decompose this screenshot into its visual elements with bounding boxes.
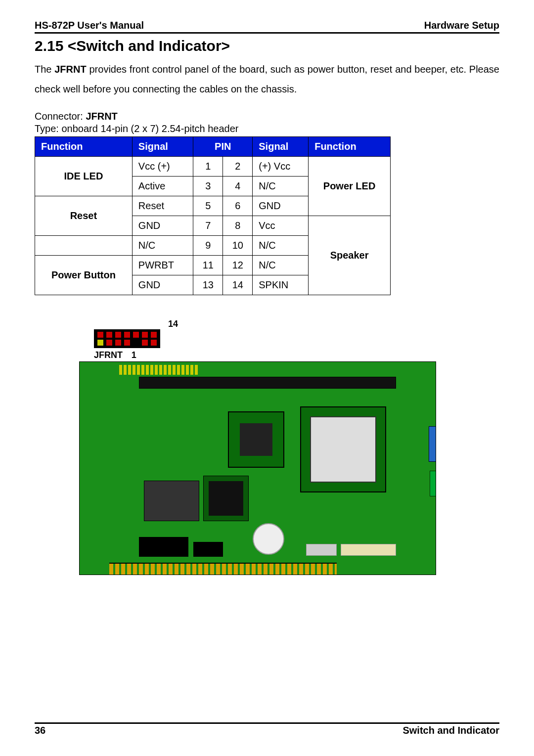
cell-pin: 4 (223, 177, 253, 196)
cell-pin: 1 (193, 157, 223, 177)
jfrnt-header-icon (94, 329, 160, 348)
col-signal-l: Signal (132, 137, 193, 157)
cell-func: Reset (35, 196, 133, 236)
cell-pin: 10 (223, 236, 253, 256)
table-row: IDE LED Vcc (+) 1 2 (+) Vcc Power LED (35, 157, 391, 177)
cell-func: Speaker (309, 216, 391, 295)
section-title: 2.15 <Switch and Indicator> (35, 38, 499, 54)
pin-1-label: 1 (132, 350, 136, 360)
cpu-socket-icon (300, 406, 386, 492)
pin-14-label: 14 (168, 319, 499, 329)
page-footer: 36 Switch and Indicator (35, 722, 499, 736)
header-left: HS-872P User's Manual (35, 20, 144, 31)
body-suffix: provides front control panel of the boar… (35, 64, 499, 94)
cell-func: Power Button (35, 256, 133, 295)
cell-sig: Active (132, 177, 193, 196)
connector-label: Connector: (35, 111, 86, 122)
cell-sig: GND (253, 196, 309, 216)
header-connector-icon (193, 542, 223, 557)
cell-sig: PWRBT (132, 256, 193, 275)
small-connector-icon (341, 544, 396, 556)
cell-pin: 9 (193, 236, 223, 256)
board-diagram (79, 361, 436, 575)
northbridge-chip-icon (228, 411, 284, 468)
header-right: Hardware Setup (424, 20, 499, 31)
col-pin: PIN (193, 137, 253, 157)
cell-func (35, 236, 133, 256)
cell-sig: Reset (132, 196, 193, 216)
connector-name: JFRNT (86, 111, 117, 122)
jfrnt-callout: 14 JFRNT 1 (94, 319, 499, 360)
cell-sig: GND (132, 216, 193, 236)
col-function-l: Function (35, 137, 133, 157)
cell-pin: 2 (223, 157, 253, 177)
page-number: 36 (35, 725, 45, 736)
cell-pin: 13 (193, 275, 223, 295)
small-connector-icon (306, 544, 337, 556)
dimm-slot-icon (144, 481, 199, 521)
cell-pin: 7 (193, 216, 223, 236)
cell-pin: 14 (223, 275, 253, 295)
body-bold: JFRNT (54, 64, 86, 75)
io-port-icon (430, 471, 436, 496)
cell-pin: 12 (223, 256, 253, 275)
cell-pin: 8 (223, 216, 253, 236)
cell-sig: (+) Vcc (253, 157, 309, 177)
header-connector-icon (139, 537, 188, 557)
footer-title: Switch and Indicator (402, 725, 499, 736)
pin-table: Function Signal PIN Signal Function IDE … (35, 136, 391, 295)
cell-sig: Vcc (253, 216, 309, 236)
cell-sig: Vcc (+) (132, 157, 193, 177)
cell-func: IDE LED (35, 157, 133, 196)
cell-sig: SPKIN (253, 275, 309, 295)
connector-info: Connector: JFRNT Type: onboard 14-pin (2… (35, 111, 499, 134)
ide-connector-icon (119, 365, 198, 375)
cell-func: Power LED (309, 157, 391, 216)
cell-sig: N/C (253, 177, 309, 196)
cell-pin: 3 (193, 177, 223, 196)
col-function-r: Function (309, 137, 391, 157)
cell-sig: N/C (132, 236, 193, 256)
vga-port-icon (429, 426, 436, 462)
connector-type: Type: onboard 14-pin (2 x 7) 2.54-pitch … (35, 123, 499, 134)
cell-pin: 5 (193, 196, 223, 216)
cell-pin: 11 (193, 256, 223, 275)
body-prefix: The (35, 64, 54, 75)
jfrnt-name-label: JFRNT (94, 350, 123, 360)
edge-connector-icon (109, 563, 337, 575)
cell-pin: 6 (223, 196, 253, 216)
cmos-battery-icon (253, 523, 284, 555)
cell-sig: GND (132, 275, 193, 295)
cell-sig: N/C (253, 256, 309, 275)
southbridge-chip-icon (203, 476, 249, 521)
cell-sig: N/C (253, 236, 309, 256)
section-body: The JFRNT provides front control panel o… (35, 59, 499, 99)
col-signal-r: Signal (253, 137, 309, 157)
page-header: HS-872P User's Manual Hardware Setup (35, 20, 499, 34)
expansion-slot-icon (139, 377, 396, 389)
